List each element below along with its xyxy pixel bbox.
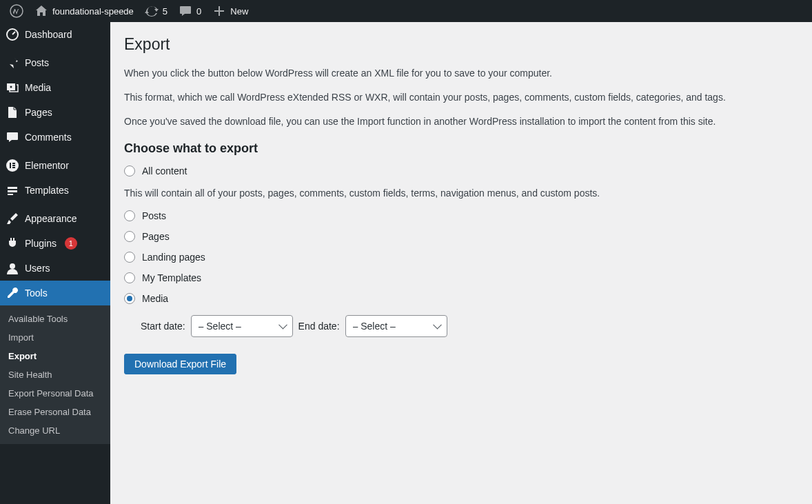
comments-count: 0: [196, 6, 201, 17]
page-icon: [6, 105, 19, 119]
new-content-link[interactable]: New: [207, 0, 254, 22]
sidebar-item-label: Dashboard: [25, 29, 72, 40]
media-date-range: Start date: – Select – End date: – Selec…: [141, 315, 798, 337]
radio-row-my-templates: My Templates: [124, 272, 798, 283]
user-icon: [6, 261, 19, 275]
radio-label-media[interactable]: Media: [142, 293, 168, 304]
media-icon: [6, 81, 19, 94]
radio-row-posts: Posts: [124, 210, 798, 221]
comments-link[interactable]: 0: [173, 0, 207, 22]
comment-icon: [179, 4, 192, 18]
updates-count: 5: [163, 6, 168, 17]
radio-label-landing-pages[interactable]: Landing pages: [142, 252, 205, 263]
svg-rect-11: [8, 194, 13, 195]
start-date-select[interactable]: – Select –: [191, 315, 293, 337]
sidebar-item-elementor[interactable]: Elementor: [0, 153, 110, 178]
radio-label-pages[interactable]: Pages: [142, 231, 170, 242]
sidebar-item-plugins[interactable]: Plugins 1: [0, 231, 110, 256]
end-date-select[interactable]: – Select –: [345, 315, 447, 337]
updates-link[interactable]: 5: [139, 0, 173, 22]
sidebar-item-label: Templates: [25, 185, 69, 196]
radio-posts[interactable]: [124, 210, 135, 221]
admin-sidebar: Dashboard Posts Media Pages Comments Ele…: [0, 22, 110, 504]
submenu-erase-personal-data[interactable]: Erase Personal Data: [0, 403, 110, 421]
download-export-button[interactable]: Download Export File: [124, 354, 236, 374]
svg-point-12: [10, 263, 15, 269]
svg-rect-7: [12, 165, 15, 166]
radio-row-media: Media: [124, 293, 798, 304]
intro-paragraph-2: This format, which we call WordPress eXt…: [124, 90, 798, 105]
sidebar-item-label: Users: [25, 263, 50, 274]
intro-paragraph-1: When you click the button below WordPres…: [124, 66, 798, 81]
sidebar-item-comments[interactable]: Comments: [0, 125, 110, 150]
sidebar-item-label: Tools: [25, 288, 48, 299]
sidebar-item-appearance[interactable]: Appearance: [0, 206, 110, 231]
sidebar-item-templates[interactable]: Templates: [0, 178, 110, 203]
radio-all-content[interactable]: [124, 165, 135, 177]
submenu-import[interactable]: Import: [0, 328, 110, 347]
radio-label-all-content[interactable]: All content: [142, 165, 187, 177]
home-icon: [34, 4, 48, 18]
sidebar-item-label: Media: [25, 82, 51, 93]
brush-icon: [6, 212, 19, 225]
svg-rect-8: [12, 167, 15, 168]
all-content-help: This will contain all of your posts, pag…: [124, 186, 798, 201]
plus-icon: [212, 4, 226, 18]
wp-logo[interactable]: [4, 0, 29, 22]
svg-rect-10: [8, 190, 17, 192]
main-content: Export When you click the button below W…: [110, 22, 812, 402]
new-label: New: [230, 6, 248, 17]
start-date-label: Start date:: [141, 321, 185, 332]
templates-icon: [6, 183, 19, 197]
sidebar-item-tools[interactable]: Tools: [0, 281, 110, 305]
site-name-link[interactable]: foundational-speede: [29, 0, 139, 22]
radio-media[interactable]: [124, 293, 135, 304]
elementor-icon: [6, 159, 19, 172]
page-title: Export: [124, 29, 798, 57]
sidebar-item-label: Appearance: [25, 213, 77, 224]
sidebar-item-label: Posts: [25, 57, 49, 68]
sidebar-item-label: Elementor: [25, 160, 69, 171]
wrench-icon: [6, 286, 19, 300]
submenu-export-personal-data[interactable]: Export Personal Data: [0, 384, 110, 403]
plug-icon: [6, 236, 19, 250]
radio-landing-pages[interactable]: [124, 252, 135, 263]
plugins-update-badge: 1: [65, 237, 77, 250]
submenu-available-tools[interactable]: Available Tools: [0, 310, 110, 328]
svg-point-0: [10, 5, 23, 17]
section-heading: Choose what to export: [124, 141, 798, 156]
end-date-label: End date:: [298, 321, 340, 332]
sidebar-item-pages[interactable]: Pages: [0, 100, 110, 125]
svg-rect-6: [12, 163, 15, 164]
comment-icon: [6, 130, 19, 144]
admin-toolbar: foundational-speede 5 0 New: [0, 0, 812, 22]
update-icon: [145, 4, 159, 18]
dashboard-icon: [6, 28, 19, 41]
radio-pages[interactable]: [124, 231, 135, 242]
sidebar-item-users[interactable]: Users: [0, 256, 110, 281]
radio-my-templates[interactable]: [124, 272, 135, 283]
sidebar-item-dashboard[interactable]: Dashboard: [0, 22, 110, 47]
svg-rect-5: [10, 163, 11, 168]
submenu-change-url[interactable]: Change URL: [0, 421, 110, 440]
sidebar-item-label: Comments: [25, 132, 72, 143]
sidebar-item-label: Plugins: [25, 238, 57, 249]
pin-icon: [6, 56, 19, 70]
radio-row-landing-pages: Landing pages: [124, 252, 798, 263]
radio-row-all-content: All content: [124, 165, 798, 177]
submenu-export[interactable]: Export: [0, 347, 110, 365]
radio-label-posts[interactable]: Posts: [142, 210, 166, 221]
tools-submenu: Available Tools Import Export Site Healt…: [0, 305, 110, 444]
intro-paragraph-3: Once you've saved the download file, you…: [124, 114, 798, 129]
sidebar-item-posts[interactable]: Posts: [0, 50, 110, 75]
svg-point-3: [10, 86, 12, 88]
submenu-site-health[interactable]: Site Health: [0, 365, 110, 384]
svg-rect-9: [8, 187, 17, 189]
radio-row-pages: Pages: [124, 231, 798, 242]
sidebar-item-label: Pages: [25, 107, 52, 118]
radio-label-my-templates[interactable]: My Templates: [142, 272, 201, 283]
wordpress-icon: [10, 4, 23, 18]
sidebar-item-media[interactable]: Media: [0, 75, 110, 100]
site-name-text: foundational-speede: [52, 6, 134, 17]
